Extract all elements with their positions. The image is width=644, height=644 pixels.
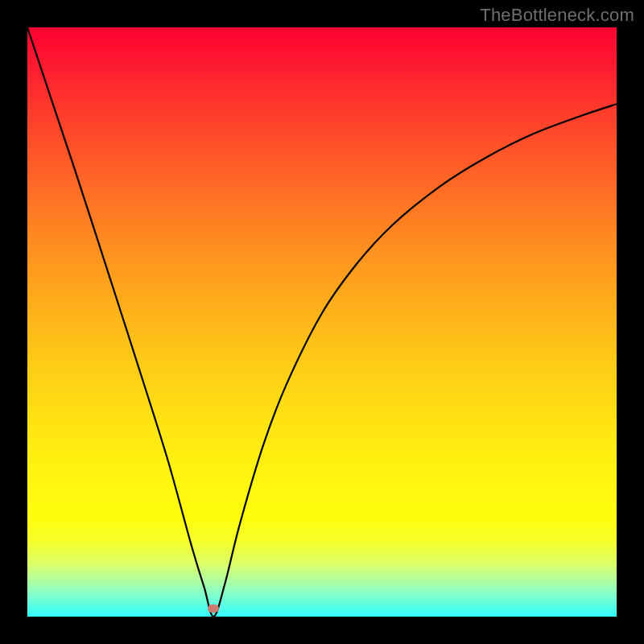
bottleneck-curve	[27, 27, 617, 617]
plot-area	[27, 27, 617, 617]
optimum-marker	[208, 605, 219, 613]
chart-frame: TheBottleneck.com	[0, 0, 644, 644]
watermark-text: TheBottleneck.com	[480, 5, 634, 26]
